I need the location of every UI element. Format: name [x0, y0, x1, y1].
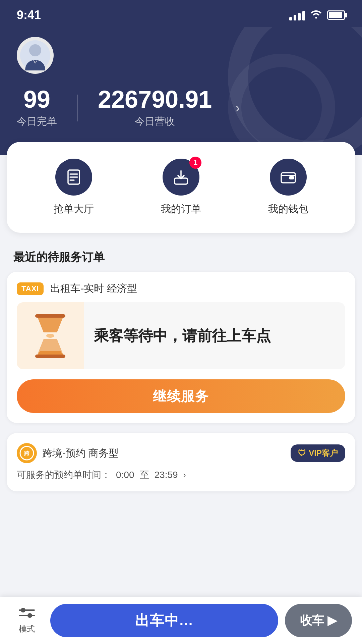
orders-value: 99	[17, 87, 57, 111]
order2-header: 跨 跨境-预约 商务型 🛡 VIP客户	[17, 443, 345, 463]
svg-point-17	[21, 608, 25, 612]
vip-shield-icon: 🛡	[298, 448, 306, 458]
recent-section-title: 最近的待服务订单	[0, 243, 362, 272]
driving-button[interactable]: 出车中...	[50, 604, 278, 637]
order-card-1: TAXI 出租车-实时 经济型 乘客等待中，请前往上车点 继续服务	[7, 272, 355, 423]
mode-button[interactable]: 模式	[10, 607, 44, 634]
svg-text:跨: 跨	[24, 450, 30, 456]
deco-circle-2	[228, 54, 335, 155]
my-wallet-label: 我的钱包	[268, 202, 308, 216]
grab-order-label: 抢单大厅	[54, 202, 94, 216]
end-btn-arrow: ▶	[327, 613, 337, 628]
action-my-orders[interactable]: 1 我的订单	[161, 159, 201, 216]
svg-rect-12	[35, 355, 65, 358]
header: 99 今日完单 226790.91 今日营收 ›	[0, 27, 362, 155]
status-bar: 9:41	[0, 0, 362, 27]
revenue-label: 今日营收	[98, 115, 212, 128]
svg-point-13	[46, 334, 54, 338]
order2-type-row: 跨 跨境-预约 商务型	[17, 443, 119, 463]
stat-revenue: 226790.91 今日营收	[98, 87, 212, 128]
order2-type-text: 跨境-预约 商务型	[42, 446, 119, 460]
order1-status-row: 乘客等待中，请前往上车点	[17, 302, 345, 369]
end-driving-button[interactable]: 收车 ▶	[285, 604, 352, 637]
signal-icon	[289, 10, 305, 20]
svg-point-1	[29, 44, 41, 56]
time-range-row: 可服务的预约单时间： 0:00 至 23:59 ›	[17, 469, 345, 481]
order1-type-text: 出租车-实时 经济型	[50, 282, 137, 296]
quick-actions-card: 抢单大厅 1 我的订单	[7, 142, 355, 233]
time-separator: 至	[140, 469, 149, 481]
orders-badge: 1	[189, 157, 201, 169]
grab-order-icon-wrap	[55, 159, 92, 196]
svg-rect-9	[289, 176, 294, 179]
time-label: 可服务的预约单时间：	[17, 469, 111, 481]
wifi-icon	[310, 9, 322, 21]
my-orders-label: 我的订单	[161, 202, 201, 216]
time-start: 0:00	[116, 470, 134, 480]
order1-type-row: TAXI 出租车-实时 经济型	[17, 282, 345, 296]
stat-divider	[77, 95, 78, 121]
vip-label: VIP客户	[309, 448, 338, 459]
battery-icon	[327, 10, 345, 20]
quick-actions: 抢单大厅 1 我的订单	[20, 159, 342, 216]
status-time: 9:41	[17, 8, 41, 22]
order-card-2: 跨 跨境-预约 商务型 🛡 VIP客户 可服务的预约单时间： 0:00 至 23…	[7, 433, 355, 491]
continue-service-button[interactable]: 继续服务	[17, 379, 345, 413]
avatar[interactable]	[17, 37, 54, 74]
end-btn-label: 收车	[300, 612, 324, 629]
mode-label: 模式	[19, 624, 35, 634]
mode-icon	[18, 607, 36, 621]
bottom-bar: 模式 出车中... 收车 ▶	[0, 597, 362, 644]
revenue-value: 226790.91	[98, 87, 212, 111]
stat-orders: 99 今日完单	[17, 87, 57, 128]
taxi-badge: TAXI	[17, 282, 44, 295]
time-end: 23:59	[155, 470, 178, 480]
vip-badge: 🛡 VIP客户	[291, 444, 345, 462]
bottom-spacer	[0, 501, 362, 555]
action-grab-order[interactable]: 抢单大厅	[54, 159, 94, 216]
svg-rect-11	[35, 314, 65, 318]
svg-point-19	[27, 613, 32, 618]
orders-label: 今日完单	[17, 115, 57, 128]
action-my-wallet[interactable]: 我的钱包	[268, 159, 308, 216]
time-range-arrow[interactable]: ›	[183, 470, 186, 480]
status-icons	[289, 9, 345, 21]
hourglass-image	[17, 302, 84, 369]
my-wallet-icon-wrap	[270, 159, 307, 196]
my-orders-icon-wrap: 1	[163, 159, 199, 196]
order1-status-text: 乘客等待中，请前往上车点	[84, 326, 345, 346]
cross-badge: 跨	[17, 443, 37, 463]
